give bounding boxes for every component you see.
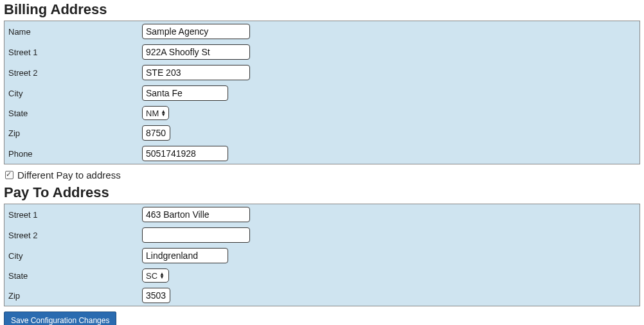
payto-state-value: SC: [146, 271, 159, 281]
billing-street1-row: Street 1: [4, 42, 640, 62]
save-configuration-button[interactable]: Save Configuration Changes: [4, 312, 116, 325]
billing-city-label: City: [7, 89, 142, 98]
billing-state-row: State NM ▲▼: [4, 103, 640, 123]
billing-state-select[interactable]: NM ▲▼: [142, 106, 169, 120]
billing-name-input[interactable]: [142, 24, 250, 39]
billing-address-panel: Name Street 1 Street 2 City State NM ▲▼: [4, 21, 640, 164]
billing-city-row: City: [4, 83, 640, 103]
billing-name-label: Name: [7, 27, 142, 37]
payto-address-title: Pay To Address: [4, 184, 640, 201]
billing-zip-row: Zip: [4, 123, 640, 143]
payto-street2-label: Street 2: [7, 231, 142, 240]
select-arrows-icon: ▲▼: [159, 272, 165, 279]
billing-address-title: Billing Address: [4, 1, 640, 18]
billing-street2-input[interactable]: [142, 65, 250, 80]
payto-street1-input[interactable]: [142, 207, 250, 222]
payto-state-row: State SC ▲▼: [4, 266, 640, 285]
payto-zip-row: Zip: [4, 285, 640, 306]
billing-zip-input[interactable]: [142, 125, 170, 141]
billing-phone-input[interactable]: [142, 146, 228, 161]
billing-street2-row: Street 2: [4, 62, 640, 83]
select-arrows-icon: ▲▼: [161, 110, 166, 116]
billing-name-row: Name: [4, 21, 640, 42]
payto-state-label: State: [7, 271, 142, 281]
billing-state-label: State: [7, 109, 142, 118]
billing-street2-label: Street 2: [7, 68, 142, 78]
payto-city-input[interactable]: [142, 248, 228, 263]
payto-street1-row: Street 1: [4, 204, 640, 225]
payto-address-panel: Street 1 Street 2 City State SC ▲▼ Zip: [4, 204, 640, 306]
different-payto-row: Different Pay to address: [4, 170, 640, 180]
billing-street1-input[interactable]: [142, 44, 250, 60]
billing-zip-label: Zip: [7, 128, 142, 138]
billing-state-value: NM: [146, 109, 161, 118]
payto-street2-row: Street 2: [4, 225, 640, 245]
payto-street2-input[interactable]: [142, 227, 250, 243]
payto-zip-input[interactable]: [142, 288, 170, 303]
billing-city-input[interactable]: [142, 85, 228, 101]
payto-state-select[interactable]: SC ▲▼: [142, 268, 169, 283]
billing-phone-label: Phone: [7, 149, 142, 159]
payto-zip-label: Zip: [7, 291, 142, 301]
different-payto-checkbox[interactable]: [5, 171, 13, 179]
payto-city-row: City: [4, 245, 640, 266]
payto-street1-label: Street 1: [7, 210, 142, 220]
payto-city-label: City: [7, 251, 142, 261]
billing-street1-label: Street 1: [7, 48, 142, 57]
billing-phone-row: Phone: [4, 143, 640, 164]
different-payto-label: Different Pay to address: [17, 170, 121, 180]
